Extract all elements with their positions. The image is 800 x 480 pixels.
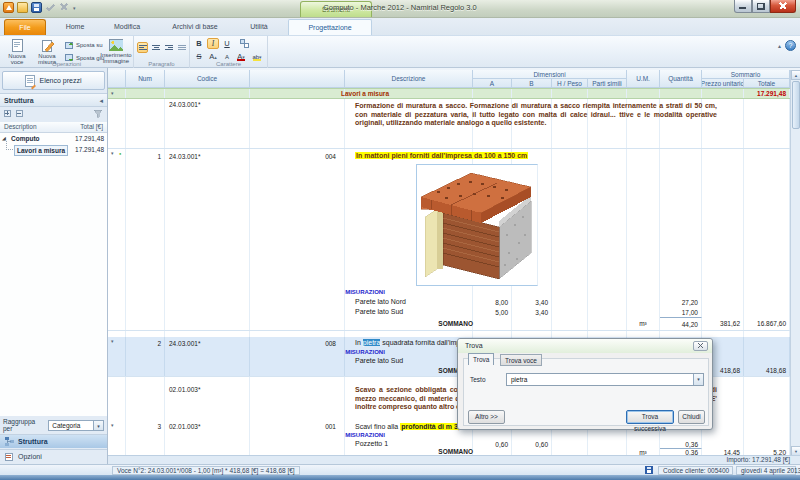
header-um[interactable]: U.M. [627, 70, 660, 88]
chevron-down-icon[interactable]: ▾ [693, 374, 703, 385]
help-icon[interactable]: ? [785, 40, 796, 51]
voce-title: In mattoni pieni forniti dall'impresa da… [355, 152, 528, 159]
header-b[interactable]: B [512, 79, 552, 88]
underline-button[interactable]: U [221, 38, 233, 49]
raggruppa-select[interactable]: Categoria ▾ [48, 420, 104, 431]
altro-button[interactable]: Altro >> [468, 410, 505, 424]
row-marker-icon[interactable]: ▾ [111, 150, 114, 156]
close-button[interactable] [770, 0, 796, 13]
tree-col-description[interactable]: Description [4, 123, 37, 130]
tab-archivi-di-base[interactable]: Archivi di base [158, 19, 232, 35]
row-marker-icon[interactable]: ▾ [111, 422, 114, 428]
align-left-button[interactable] [137, 42, 148, 53]
tab-modifica[interactable]: Modifica [102, 19, 152, 35]
measure-b[interactable]: 0,60 [512, 440, 552, 448]
measure-description[interactable]: Parete lato Sud [355, 308, 403, 315]
open-folder-icon[interactable] [17, 2, 28, 13]
chiudi-button[interactable]: Chiudi [678, 410, 705, 424]
measure-row[interactable]: 5,00 3,40 17,00 Parete lato Sud [108, 307, 790, 317]
voce-row-1[interactable]: ▾● 1 24.03.001* 004 In mattoni pieni for… [108, 149, 790, 163]
measure-b[interactable]: 3,40 [512, 307, 552, 317]
header-dimensioni: Dimensioni [473, 70, 627, 79]
header-codice[interactable]: Codice [165, 70, 250, 88]
save-icon[interactable] [31, 2, 42, 13]
search-text-input[interactable]: pietra ▾ [506, 373, 704, 386]
tariff-description: Formazione di muratura a sacco. Formazio… [355, 102, 717, 128]
header-a[interactable]: A [473, 79, 512, 88]
inserimento-immagine-button[interactable]: Inserimento immagine [100, 37, 132, 63]
header-quantita[interactable]: Quantità [660, 70, 702, 88]
collapse-ribbon-icon[interactable]: ▴ [778, 42, 781, 49]
voce-num: 2 [126, 337, 165, 349]
tab-utilita[interactable]: Utilità [238, 19, 280, 35]
qat-customize-icon[interactable]: ▾ [73, 5, 76, 11]
nuova-voce-button[interactable]: Nuova voce [3, 37, 31, 63]
dialog-tab-trova-voce[interactable]: Trova voce [500, 354, 542, 366]
maximize-button[interactable] [752, 0, 770, 13]
brick-wall-image[interactable] [416, 164, 538, 286]
dialog-close-icon[interactable] [693, 341, 708, 351]
app-icon[interactable] [3, 2, 14, 13]
nuova-misura-button[interactable]: Nuova misura [33, 37, 61, 63]
undo-icon[interactable] [45, 2, 56, 13]
sidebar-tab-opzioni[interactable]: Opzioni [0, 449, 107, 463]
header-num[interactable]: Num [126, 70, 165, 88]
chevron-down-icon[interactable]: ▾ [93, 421, 103, 430]
filter-icon[interactable] [94, 110, 103, 119]
measure-a[interactable]: 8,00 [473, 297, 512, 307]
measure-row[interactable]: 8,00 3,40 27,20 Parete lato Nord [108, 297, 790, 307]
ribbon-tab-row: File Home Modifica Archivi di base Utili… [0, 18, 800, 35]
elenco-prezzi-button[interactable]: Elenco prezzi [2, 71, 105, 90]
importo-total: Importo: 17.291,48 [€] [726, 456, 790, 463]
tariff-description-row[interactable]: 24.03.001* Formazione di muratura a sacc… [108, 99, 790, 149]
trova-successiva-button[interactable]: Trova successiva [626, 410, 674, 424]
dialog-tab-trova[interactable]: Trova [468, 353, 494, 365]
measure-description[interactable]: Parete lato Sud [355, 357, 403, 364]
category-label: Lavori a misura [130, 90, 600, 97]
tab-progettazione[interactable]: Progettazione [288, 19, 372, 35]
scroll-up-icon[interactable]: ▲ [791, 70, 800, 80]
measure-description[interactable]: Parete lato Nord [355, 298, 406, 305]
tab-home[interactable]: Home [54, 19, 96, 35]
window-bottom-edge [0, 475, 800, 480]
tree-item-lavori-a-misura[interactable]: Lavori a misura 17.291,48 [0, 144, 107, 155]
scrollbar-thumb[interactable] [792, 81, 800, 129]
bold-button[interactable]: B [193, 38, 205, 49]
measure-b[interactable]: 3,40 [512, 297, 552, 307]
style-icon[interactable] [238, 38, 250, 49]
expand-all-icon[interactable] [4, 110, 13, 120]
image-row[interactable] [108, 163, 790, 288]
tab-file[interactable]: File [4, 19, 46, 35]
header-totale[interactable]: Totale [744, 79, 790, 88]
align-justify-button[interactable] [176, 42, 187, 53]
vertical-scrollbar[interactable]: ▲ ▼ [790, 70, 800, 456]
minimize-button[interactable] [734, 0, 752, 13]
tree-column-headers: Description Total [€] [0, 122, 107, 133]
collapse-all-icon[interactable] [16, 110, 25, 120]
row-marker-icon[interactable]: ▾ [111, 338, 114, 344]
measure-row[interactable]: 0,60 0,60 0,36 Pozzetto 1 [108, 440, 790, 448]
group-label-carattere: Carattere [190, 61, 267, 67]
move-up-icon [65, 40, 74, 49]
header-h-peso[interactable]: H / Peso [552, 79, 588, 88]
options-icon [5, 452, 14, 462]
measure-a[interactable]: 0,60 [473, 440, 512, 448]
category-row[interactable]: ▾ 17.291,48 Lavori a misura [108, 88, 790, 99]
tree-item-computo[interactable]: ◢ Computo 17.291,48 [0, 133, 107, 144]
tree-col-total[interactable]: Total [€] [80, 123, 103, 130]
measure-a[interactable]: 5,00 [473, 307, 512, 317]
collapse-panel-icon[interactable]: ◂ [99, 94, 103, 107]
status-bar: Voce N°2: 24.03.001*/008 - 1,00 [m³] * 4… [0, 464, 800, 475]
sidebar-tab-struttura[interactable]: Struttura [0, 434, 107, 448]
header-descrizione[interactable]: Descrizione [345, 70, 473, 88]
delete-icon[interactable] [59, 2, 70, 13]
align-right-button[interactable] [163, 42, 174, 53]
dialog-title-bar[interactable]: Trova [458, 339, 712, 353]
row-marker-icon[interactable]: ▾ [111, 90, 114, 96]
measure-description[interactable]: Pozzetto 1 [355, 440, 388, 447]
align-center-button[interactable] [150, 42, 161, 53]
header-prezzo-unitario[interactable]: Prezzo unitario [702, 79, 744, 88]
sposta-su-button[interactable]: Sposta su [63, 39, 105, 50]
header-parti-simili[interactable]: Parti simili [588, 79, 627, 88]
italic-button[interactable]: I [207, 38, 219, 49]
